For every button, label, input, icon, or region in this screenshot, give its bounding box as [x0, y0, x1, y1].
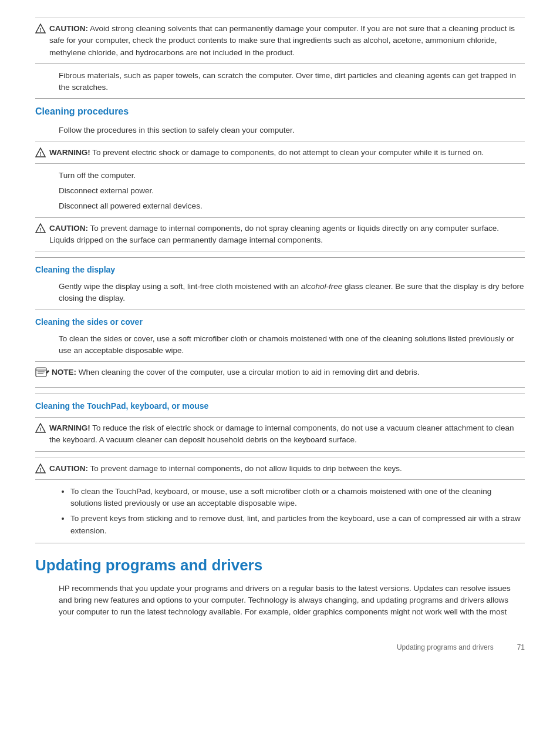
- cleaning-sides-section: Cleaning the sides or cover To clean the…: [35, 310, 525, 388]
- bullet-item-2: To prevent keys from sticking and to rem…: [70, 513, 525, 537]
- warning-1-label: WARNING!: [49, 148, 90, 157]
- caution-3-content: CAUTION: To prevent damage to internal c…: [49, 463, 525, 475]
- warning-2-text: To reduce the risk of electric shock or …: [49, 424, 514, 444]
- caution-2-label: CAUTION:: [49, 224, 88, 233]
- cleaning-display-italic: alcohol-free: [301, 282, 343, 291]
- updating-programs-section: Updating programs and drivers HP recomme…: [35, 543, 525, 619]
- caution-box-1: ! CAUTION: Avoid strong cleaning solvent…: [35, 18, 525, 64]
- cleaning-display-section: Cleaning the display Gently wipe the dis…: [35, 257, 525, 305]
- note-1-label: NOTE:: [52, 368, 76, 377]
- svg-text:!: !: [40, 27, 42, 33]
- cleaning-display-text1: Gently wipe the display using a soft, li…: [59, 282, 301, 291]
- cleaning-procedures-heading: Cleaning procedures: [35, 105, 525, 119]
- warning-box-2: ! WARNING! To reduce the risk of electri…: [35, 417, 525, 452]
- caution-1-content: CAUTION: Avoid strong cleaning solvents …: [49, 23, 525, 59]
- caution-2-text: To prevent damage to internal components…: [49, 224, 499, 244]
- svg-text:!: !: [40, 227, 42, 233]
- warning-1-text: To prevent electric shock or damage to c…: [92, 148, 484, 157]
- step-2: Disconnect external power.: [59, 185, 525, 197]
- step-3: Disconnect all powered external devices.: [59, 200, 525, 212]
- footer-section-label: Updating programs and drivers: [397, 642, 494, 653]
- updating-programs-para: HP recommends that you update your progr…: [59, 583, 525, 619]
- cleaning-display-heading: Cleaning the display: [35, 264, 525, 276]
- caution-3-label: CAUTION:: [49, 464, 88, 473]
- step-1: Turn off the computer.: [59, 170, 525, 182]
- footer-content: Updating programs and drivers 71: [397, 642, 525, 653]
- warning-2-content: WARNING! To reduce the risk of electric …: [49, 422, 525, 446]
- bullet-item-1: To clean the TouchPad, keyboard, or mous…: [70, 486, 525, 510]
- cleaning-touchpad-heading: Cleaning the TouchPad, keyboard, or mous…: [35, 400, 525, 412]
- svg-text:!: !: [40, 151, 42, 157]
- cleaning-touchpad-section: Cleaning the TouchPad, keyboard, or mous…: [35, 394, 525, 537]
- warning-icon-2: !: [35, 423, 46, 434]
- cleaning-steps-block: Turn off the computer. Disconnect extern…: [35, 170, 525, 213]
- cleaning-procedures-intro: Follow the procedures in this section to…: [59, 125, 525, 136]
- cleaning-sides-para: To clean the sides or cover, use a soft …: [59, 333, 525, 357]
- caution-3-text: To prevent damage to internal components…: [90, 464, 402, 473]
- caution-icon-2: !: [35, 223, 46, 234]
- intro-paragraph: Fibrous materials, such as paper towels,…: [59, 70, 525, 94]
- warning-box-1: ! WARNING! To prevent electric shock or …: [35, 142, 525, 164]
- intro-paragraph-block: Fibrous materials, such as paper towels,…: [35, 70, 525, 94]
- warning-icon-1: !: [35, 147, 46, 158]
- cleaning-procedures-intro-block: Follow the procedures in this section to…: [35, 125, 525, 136]
- note-1-content: NOTE: When cleaning the cover of the com…: [52, 367, 525, 378]
- caution-1-text: Avoid strong cleaning solvents that can …: [49, 24, 515, 57]
- cleaning-sides-text-block: To clean the sides or cover, use a soft …: [35, 333, 525, 357]
- caution-2-content: CAUTION: To prevent damage to internal c…: [49, 223, 525, 247]
- svg-text:!: !: [40, 426, 42, 432]
- cleaning-procedures-section: Cleaning procedures Follow the procedure…: [35, 98, 525, 251]
- cleaning-display-para: Gently wipe the display using a soft, li…: [59, 281, 525, 305]
- touchpad-bullet-list: To clean the TouchPad, keyboard, or mous…: [35, 486, 525, 537]
- page-footer: Updating programs and drivers 71: [35, 642, 525, 653]
- updating-programs-heading: Updating programs and drivers: [35, 554, 525, 577]
- caution-box-3: ! CAUTION: To prevent damage to internal…: [35, 458, 525, 480]
- footer-page-number: 71: [517, 642, 525, 653]
- svg-text:!: !: [40, 467, 42, 473]
- caution-icon-1: !: [35, 23, 46, 34]
- caution-icon-3: !: [35, 463, 46, 474]
- caution-1-label: CAUTION:: [49, 24, 88, 33]
- warning-1-content: WARNING! To prevent electric shock or da…: [49, 147, 525, 159]
- note-1-text: When cleaning the cover of the computer,…: [79, 368, 420, 377]
- note-box-1: NOTE: When cleaning the cover of the com…: [35, 361, 525, 388]
- note-icon-1: [35, 367, 48, 382]
- caution-box-2: ! CAUTION: To prevent damage to internal…: [35, 217, 525, 252]
- cleaning-display-text-block: Gently wipe the display using a soft, li…: [35, 281, 525, 305]
- updating-programs-text-block: HP recommends that you update your progr…: [35, 583, 525, 619]
- warning-2-label: WARNING!: [49, 424, 90, 432]
- cleaning-sides-heading: Cleaning the sides or cover: [35, 316, 525, 328]
